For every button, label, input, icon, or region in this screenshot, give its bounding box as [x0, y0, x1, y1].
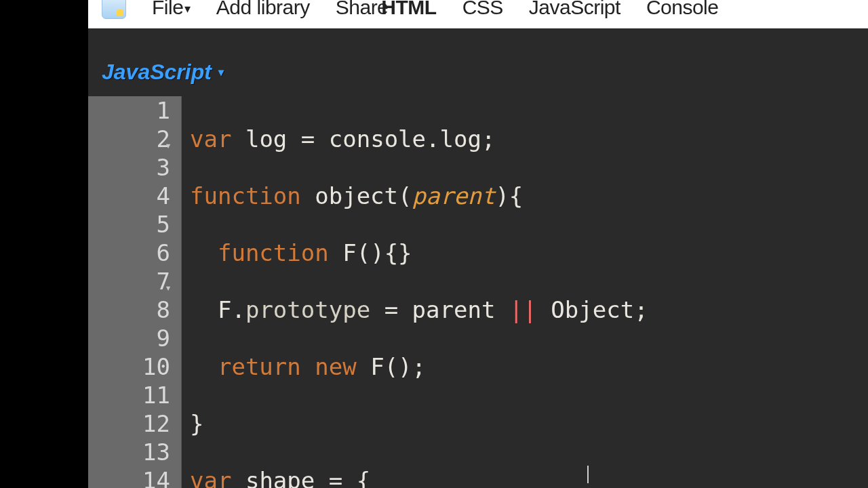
line-number: 7▾	[88, 267, 170, 296]
line-number: 4	[88, 182, 170, 210]
line-number: 1	[88, 96, 170, 125]
line-number: 8	[88, 296, 170, 324]
jsbin-logo-icon[interactable]	[102, 0, 126, 19]
tab-javascript[interactable]: JavaScript	[529, 0, 620, 15]
line-gutter: 1 2▾ 3 4 5 6 7▾ 8 9 10 11 12 13 14	[88, 96, 182, 488]
line-number: 14	[88, 466, 170, 488]
line-number: 2▾	[88, 125, 170, 153]
text-cursor-icon	[587, 466, 589, 483]
line-number: 12	[88, 409, 170, 438]
menu-file[interactable]: File▾	[152, 0, 191, 16]
menu-add-library[interactable]: Add library	[216, 0, 310, 15]
tab-html[interactable]: HTML	[381, 0, 436, 15]
left-black-bar	[0, 0, 88, 488]
line-number: 11	[88, 381, 170, 409]
line-number: 6	[88, 239, 170, 267]
menu-share[interactable]: Share	[336, 0, 389, 15]
tab-css[interactable]: CSS	[462, 0, 503, 15]
chevron-down-icon: ▾	[218, 66, 224, 79]
line-number: 5	[88, 210, 170, 239]
line-number: 9	[88, 324, 170, 352]
chevron-down-icon: ▾	[183, 2, 191, 16]
code-editor[interactable]: JavaScript ▾ 1 2▾ 3 4 5 6 7▾ 8 9 10 11 1…	[88, 28, 868, 488]
language-label: JavaScript	[102, 60, 212, 85]
language-selector[interactable]: JavaScript ▾	[102, 60, 224, 85]
code-area[interactable]: var log = console.log; function object(p…	[182, 96, 868, 488]
line-number: 13	[88, 438, 170, 466]
toolbar: File▾ Add library Share HTML CSS JavaScr…	[88, 0, 868, 28]
line-number: 3	[88, 153, 170, 182]
line-number: 10	[88, 352, 170, 381]
tab-console[interactable]: Console	[646, 0, 719, 15]
